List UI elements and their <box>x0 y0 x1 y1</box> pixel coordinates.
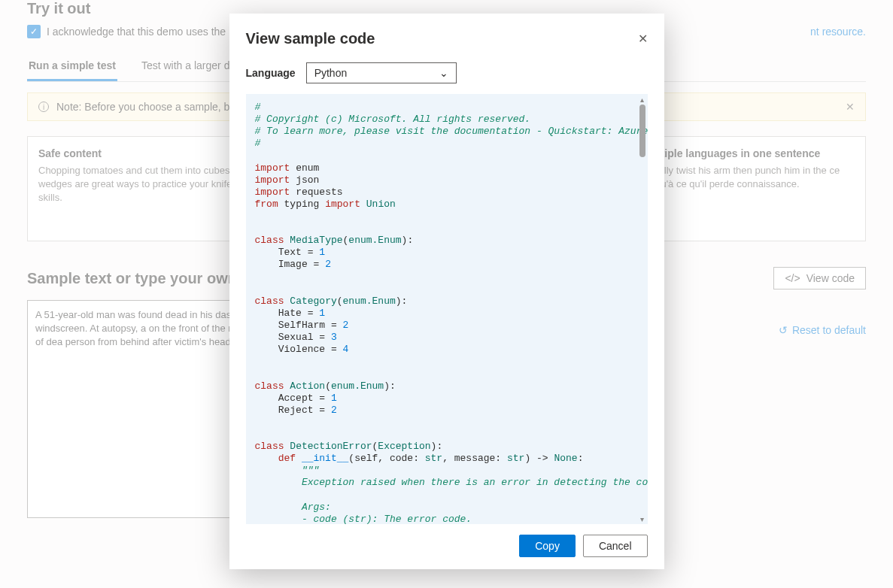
scroll-up-icon[interactable]: ▴ <box>637 94 648 105</box>
copy-button[interactable]: Copy <box>519 535 576 557</box>
chevron-down-icon: ⌄ <box>439 67 448 79</box>
language-label: Language <box>246 67 296 79</box>
language-value: Python <box>314 67 348 79</box>
view-code-modal: View sample code ✕ Language Python ⌄ # #… <box>229 14 664 569</box>
close-icon[interactable]: ✕ <box>638 32 648 46</box>
scrollbar-thumb[interactable] <box>639 105 645 157</box>
code-sample: # # Copyright (c) Microsoft. All rights … <box>246 94 648 524</box>
language-select[interactable]: Python ⌄ <box>306 62 457 83</box>
cancel-button[interactable]: Cancel <box>583 535 648 557</box>
scroll-down-icon[interactable]: ▾ <box>637 514 648 524</box>
modal-overlay: View sample code ✕ Language Python ⌄ # #… <box>0 0 893 588</box>
modal-title: View sample code <box>246 30 375 47</box>
code-scrollbar[interactable]: ▴ ▾ <box>637 94 648 524</box>
